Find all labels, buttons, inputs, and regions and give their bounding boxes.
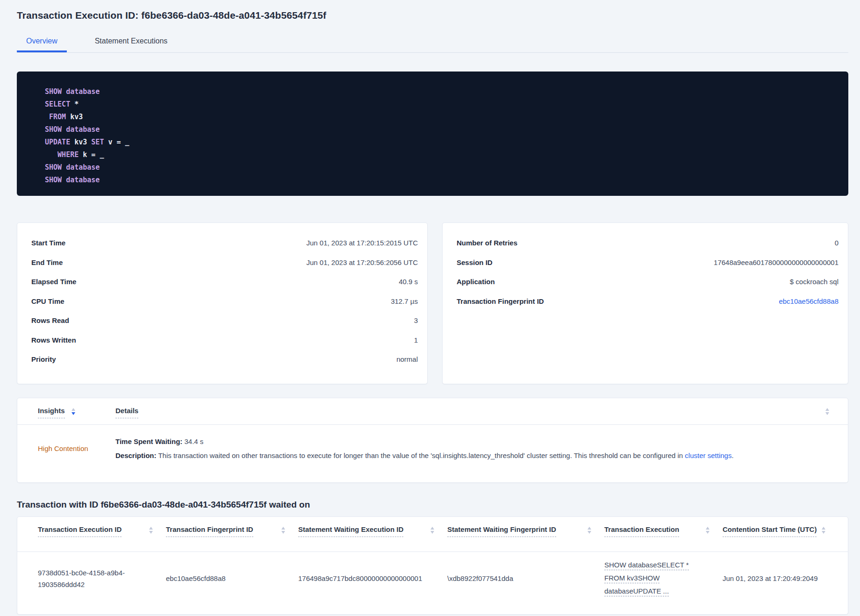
sql-text: SHOW database (45, 87, 100, 96)
waited-on-heading: Transaction with ID f6be6366-da03-48de-a… (17, 500, 848, 510)
sql-line: WHERE k = _ (45, 149, 837, 161)
transaction-fingerprint-id-link[interactable]: ebc10ae56cfd88a8 (779, 297, 838, 305)
sort-up-icon (430, 527, 434, 530)
sql-text: kv3 (70, 138, 91, 146)
page-title: Transaction Execution ID: f6be6366-da03-… (17, 9, 848, 21)
sort-icon[interactable] (281, 527, 285, 534)
cell-stmt-waiting-execution-id: 176498a9c717bdc80000000000000001 (298, 573, 447, 584)
column-header-label[interactable]: Statement Waiting Fingerprint ID (447, 525, 556, 537)
tab-overview[interactable]: Overview (17, 33, 67, 52)
stat-row-priority: Priority normal (31, 350, 418, 369)
stat-row-rows-read: Rows Read 3 (31, 311, 418, 330)
sql-text: * (70, 100, 79, 108)
meta-label: Transaction Fingerprint ID (457, 297, 544, 305)
stat-label: CPU Time (31, 297, 64, 305)
sql-text: SHOW database (45, 176, 100, 184)
sql-text: v = _ (104, 138, 129, 146)
sort-icon[interactable] (430, 527, 434, 534)
stat-row-start-time: Start Time Jun 01, 2023 at 17:20:15:2015… (31, 233, 418, 253)
sql-text: SHOW database (45, 163, 100, 172)
tab-bar: Overview Statement Executions (17, 33, 848, 53)
summary-cards-row: Start Time Jun 01, 2023 at 17:20:15:2015… (17, 222, 848, 384)
sql-text: SHOW database (45, 125, 100, 134)
sort-up-icon (588, 527, 591, 530)
txn-execution-line: SHOW databaseSELECT * (604, 560, 689, 570)
insight-badge: High Contention (38, 444, 115, 452)
waited-on-table-card: Transaction Execution ID Transaction Fin… (17, 516, 848, 615)
transaction-execution-page: Transaction Execution ID: f6be6366-da03-… (0, 9, 860, 615)
meta-row-retries: Number of Retries 0 (457, 233, 838, 253)
stat-label: End Time (31, 258, 63, 266)
cell-txn-execution-link[interactable]: SHOW databaseSELECT * FROM kv3SHOW datab… (604, 559, 723, 598)
meta-row-transaction-fingerprint-id: Transaction Fingerprint ID ebc10ae56cfd8… (457, 292, 838, 311)
sql-text: SELECT (45, 100, 70, 108)
stat-value: Jun 01, 2023 at 17:20:15:2015 UTC (306, 239, 418, 247)
column-header-label[interactable]: Transaction Execution (604, 525, 679, 537)
tab-statement-executions[interactable]: Statement Executions (86, 33, 177, 52)
execution-stats-card: Start Time Jun 01, 2023 at 17:20:15:2015… (17, 222, 428, 384)
sort-icon[interactable] (72, 408, 75, 418)
meta-label: Number of Retries (457, 239, 517, 247)
sort-icon[interactable] (149, 527, 153, 534)
description-period: . (731, 451, 733, 459)
insights-table-card: Insights Details High Contention Time Sp… (17, 398, 848, 483)
tab-overview-label: Overview (26, 37, 57, 45)
column-stmt-waiting-execution-id: Statement Waiting Execution ID (298, 525, 447, 552)
stat-value: normal (396, 355, 418, 363)
sort-icon[interactable] (706, 527, 710, 534)
cell-contention-start-time: Jun 01, 2023 at 17:20:49:2049 (723, 573, 838, 584)
stat-label: Start Time (31, 239, 65, 247)
sort-down-icon (72, 412, 75, 415)
sort-icon[interactable] (588, 527, 591, 534)
sql-line: SHOW database (45, 174, 837, 186)
txn-execution-line: databaseUPDATE ... (604, 587, 669, 596)
sort-up-icon (706, 527, 710, 530)
stat-value: 1 (414, 336, 418, 344)
cluster-settings-link[interactable]: cluster settings (685, 451, 731, 459)
sort-down-icon (588, 531, 591, 534)
column-header-label[interactable]: Statement Waiting Execution ID (298, 525, 403, 537)
sort-up-icon (825, 408, 829, 411)
stat-row-cpu-time: CPU Time 312.7 µs (31, 292, 418, 311)
sort-icon[interactable] (825, 408, 829, 415)
column-txn-fingerprint-id: Transaction Fingerprint ID (166, 525, 298, 552)
column-header-label[interactable]: Contention Start Time (UTC) (723, 525, 817, 537)
sql-line: SELECT * (45, 98, 837, 111)
cell-txn-execution-id: 9738d051-bc0e-4158-a9b4-1903586ddd42 (38, 567, 166, 590)
sort-down-icon (822, 531, 825, 534)
meta-row-application: Application $ cockroach sql (457, 272, 838, 292)
sort-icon[interactable] (822, 527, 825, 534)
stat-row-rows-written: Rows Written 1 (31, 330, 418, 350)
sort-up-icon (149, 527, 153, 530)
stat-label: Elapsed Time (31, 278, 76, 286)
description-text: This transaction waited on other transac… (157, 451, 685, 459)
stat-label: Priority (31, 355, 56, 363)
column-txn-execution: Transaction Execution (604, 525, 723, 552)
sql-text: k = _ (79, 150, 104, 159)
stat-value: 312.7 µs (391, 297, 418, 305)
stat-value: Jun 01, 2023 at 17:20:56:2056 UTC (306, 258, 418, 266)
txn-execution-line: FROM kv3SHOW (604, 573, 659, 583)
time-spent-waiting-label: Time Spent Waiting: (115, 437, 182, 445)
time-spent-waiting-value: 34.4 s (182, 437, 203, 445)
stat-row-elapsed-time: Elapsed Time 40.9 s (31, 272, 418, 292)
sort-up-icon (281, 527, 285, 530)
insights-column-header[interactable]: Insights (38, 407, 65, 418)
sql-line: UPDATE kv3 SET v = _ (45, 136, 837, 149)
stat-value: 3 (414, 316, 418, 324)
stat-label: Rows Written (31, 336, 76, 344)
sort-up-icon (72, 408, 75, 411)
stat-row-end-time: End Time Jun 01, 2023 at 17:20:56:2056 U… (31, 253, 418, 272)
column-header-label[interactable]: Transaction Execution ID (38, 525, 122, 537)
column-txn-execution-id: Transaction Execution ID (38, 525, 166, 552)
waited-on-table-header: Transaction Execution ID Transaction Fin… (17, 517, 848, 552)
sql-text: FROM (49, 113, 66, 121)
details-column-header[interactable]: Details (115, 407, 138, 418)
sql-text: UPDATE (45, 138, 70, 146)
insight-description: Description: This transaction waited on … (115, 449, 834, 463)
sql-line: FROM kv3 (45, 111, 837, 123)
sort-down-icon (149, 531, 153, 534)
sort-down-icon (825, 412, 829, 415)
description-label: Description: (115, 451, 157, 459)
column-header-label[interactable]: Transaction Fingerprint ID (166, 525, 253, 537)
